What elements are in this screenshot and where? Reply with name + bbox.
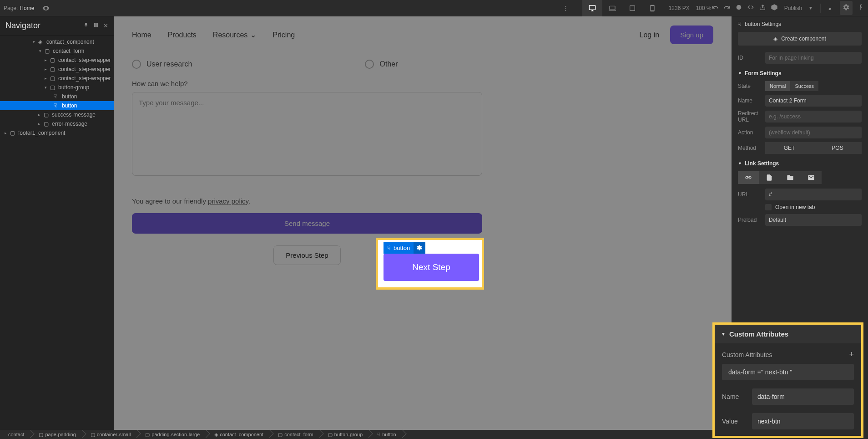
brush-icon[interactable]: [828, 4, 835, 12]
canvas-width-unit: PX: [682, 5, 690, 11]
zoom-unit: %: [707, 5, 712, 11]
create-component-button[interactable]: ◈Create component: [738, 32, 862, 46]
nav-resources[interactable]: Resources ⌄: [213, 31, 256, 39]
element-tag[interactable]: ☟button: [384, 242, 425, 254]
preload-select[interactable]: [765, 214, 862, 226]
checkbox-icon: [765, 204, 772, 210]
next-step-button[interactable]: Next Step: [384, 254, 479, 281]
nav-products[interactable]: Products: [168, 31, 197, 39]
crumb-contact-component[interactable]: ◈contact_component: [206, 430, 270, 439]
add-attribute-icon[interactable]: +: [849, 350, 854, 359]
open-new-tab-row[interactable]: Open in new tab: [738, 204, 862, 210]
privacy-link[interactable]: privacy policy: [208, 197, 248, 205]
custom-attributes-header[interactable]: ▼ Custom Attributes: [715, 325, 861, 343]
tree-button-2[interactable]: ☟button: [0, 101, 114, 110]
url-input[interactable]: [765, 189, 862, 200]
nav-pricing[interactable]: Pricing: [273, 31, 295, 39]
redo-icon[interactable]: [723, 4, 731, 12]
previous-step-button[interactable]: Previous Step: [273, 245, 340, 265]
tree-contact-form[interactable]: ▾▢contact_form: [0, 46, 114, 56]
preview-icon[interactable]: [41, 4, 50, 13]
action-label: Action: [738, 129, 765, 136]
tree-step-wrapper-2[interactable]: ▸▢contact_step-wrapper: [0, 65, 114, 74]
zoom-value: 100: [696, 5, 705, 11]
id-input[interactable]: [765, 52, 862, 64]
tree-button-group[interactable]: ▾▢button-group: [0, 83, 114, 92]
preload-label: Preload: [738, 217, 765, 223]
device-desktop[interactable]: [582, 0, 602, 16]
state-normal-button[interactable]: Normal: [765, 81, 790, 91]
state-success-button[interactable]: Success: [790, 81, 818, 91]
canvas-info: 1236 PX 100 %: [669, 5, 712, 11]
interactions-icon[interactable]: [857, 4, 864, 12]
panel-icon[interactable]: [93, 22, 99, 29]
element-gear-icon[interactable]: [414, 242, 425, 254]
page-name[interactable]: Home: [20, 5, 34, 11]
close-icon[interactable]: ✕: [103, 22, 108, 29]
privacy-text: You agree to our friendly privacy policy…: [132, 197, 713, 205]
redirect-input[interactable]: [765, 111, 862, 123]
crumb-padding-section[interactable]: ▢padding-section-large: [137, 430, 206, 439]
tree-step-wrapper-3[interactable]: ▸▢contact_step-wrapper: [0, 74, 114, 83]
crumb-button[interactable]: ☟button: [369, 430, 403, 439]
canvas-width: 1236: [669, 5, 681, 11]
undo-icon[interactable]: [712, 4, 719, 12]
crumb-container-small[interactable]: ▢container-small: [82, 430, 137, 439]
settings-icon[interactable]: [840, 1, 853, 15]
page-label: Page:: [4, 5, 18, 11]
more-icon[interactable]: ⋮: [561, 4, 570, 13]
radio-user-research[interactable]: User research: [132, 60, 192, 69]
tree-step-wrapper-1[interactable]: ▸▢contact_step-wrapper: [0, 56, 114, 65]
method-get-button[interactable]: GET: [765, 142, 813, 154]
tree-footer-component[interactable]: ▸▢footer1_component: [0, 128, 114, 138]
attribute-display[interactable]: data-form =" next-btn ": [722, 364, 854, 380]
crumb-contact[interactable]: contact: [0, 430, 30, 439]
open-new-tab-label: Open in new tab: [775, 204, 815, 210]
export-icon[interactable]: [759, 4, 766, 12]
chevron-down-icon: ▼: [738, 161, 742, 166]
publish-label[interactable]: Publish: [784, 5, 802, 11]
send-button[interactable]: Send message: [132, 213, 482, 234]
top-toolbar: Page: Home ⋮ 1236 PX 100 % Publish ▼: [0, 0, 868, 16]
comment-icon[interactable]: [735, 4, 742, 12]
audit-icon[interactable]: [771, 4, 778, 12]
link-type-section[interactable]: [780, 171, 801, 184]
radio-other[interactable]: Other: [365, 60, 398, 69]
pin-icon[interactable]: [83, 22, 89, 29]
tree-success-message[interactable]: ▸▢success-message: [0, 110, 114, 119]
chevron-down-icon: ⌄: [250, 31, 256, 39]
crumb-contact-form[interactable]: ▢contact_form: [270, 430, 320, 439]
chevron-down-icon[interactable]: ▼: [808, 5, 813, 10]
tree-button-1[interactable]: ☟button: [0, 92, 114, 101]
nav-home[interactable]: Home: [132, 31, 151, 39]
site-auth: Log in Sign up: [640, 26, 713, 44]
radio-row: User research Other: [132, 60, 713, 69]
method-post-button[interactable]: POS: [813, 142, 862, 154]
signup-button[interactable]: Sign up: [670, 26, 713, 44]
panel-header: ☟button Settings: [738, 21, 862, 27]
message-textarea[interactable]: [132, 92, 482, 176]
radio-icon: [365, 60, 374, 69]
component-icon: ◈: [773, 36, 777, 42]
link-settings-header[interactable]: ▼Link Settings: [738, 160, 862, 167]
tree-error-message[interactable]: ▸▢error-message: [0, 119, 114, 128]
device-tablet[interactable]: [622, 0, 642, 16]
form-name-input[interactable]: [765, 95, 862, 107]
tree-contact-component[interactable]: ▾◈contact_component: [0, 37, 114, 46]
link-type-url[interactable]: [738, 171, 759, 184]
device-laptop[interactable]: [602, 0, 622, 16]
link-type-row: [738, 171, 862, 184]
attr-name-input[interactable]: [752, 388, 854, 405]
link-type-page[interactable]: [759, 171, 780, 184]
code-icon[interactable]: [747, 4, 754, 12]
form-area: User research Other How can we help? You…: [114, 60, 732, 265]
link-type-email[interactable]: [801, 171, 822, 184]
device-mobile[interactable]: [642, 0, 662, 16]
crumb-button-group[interactable]: ▢button-group: [320, 430, 369, 439]
login-link[interactable]: Log in: [640, 31, 660, 39]
crumb-page-padding[interactable]: ▢page-padding: [30, 430, 82, 439]
attr-value-input[interactable]: [752, 413, 854, 429]
action-input[interactable]: [765, 127, 862, 138]
chevron-down-icon: ▼: [738, 71, 742, 76]
form-settings-header[interactable]: ▼Form Settings: [738, 70, 862, 77]
